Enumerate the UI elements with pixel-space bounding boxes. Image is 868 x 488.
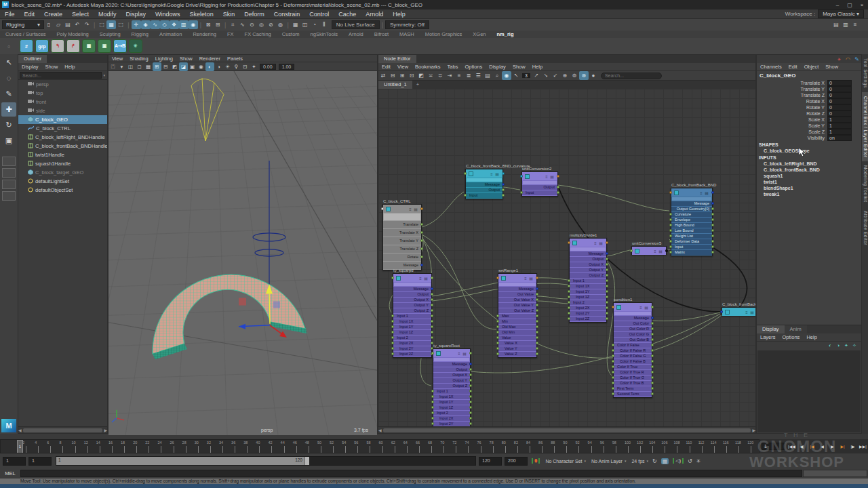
node-port-output-z[interactable]: Output Z [393, 308, 431, 313]
node-port-out-color[interactable]: Out Color [614, 321, 652, 326]
node-port-message[interactable]: Message [393, 287, 431, 291]
select-component-icon[interactable]: ⬚ [116, 20, 125, 29]
menu-help[interactable]: Help [388, 11, 410, 18]
viewport-toolbar-icon-4[interactable]: ▦ [144, 62, 153, 71]
scale-tool-icon[interactable]: ▣ [1, 134, 16, 148]
channel-attribute-value[interactable]: 0 [827, 86, 852, 92]
channel-attribute-value[interactable]: on [827, 135, 852, 141]
layer-editor-menu-help[interactable]: Help [803, 333, 820, 341]
outliner-menu-show[interactable]: Show [42, 63, 62, 70]
node-port-curvature[interactable]: Curvature [671, 212, 712, 217]
node-port-weight-list[interactable]: Weight List [671, 234, 712, 239]
node-multiplyDivide1[interactable]: multiplyDivide1≡ ▤MessageOutputOutput XO… [569, 238, 607, 323]
node-port-output-geometry-0-[interactable]: Output Geometry[0] [671, 207, 712, 211]
channel-node-twist1[interactable]: twist1 [757, 179, 861, 185]
redo-icon[interactable]: ↷ [82, 20, 92, 29]
outliner-item-C_block_CTRL[interactable]: C_block_CTRL [18, 124, 107, 133]
auto-keyframe-icon[interactable]: ⬮ [532, 458, 540, 464]
node-header[interactable]: ≡ ▤ [383, 205, 421, 213]
viewport-menu-renderer[interactable]: Renderer [196, 55, 224, 62]
node-editor-toolbar-icon-10[interactable]: ☰ [473, 71, 483, 80]
node-port-out-value-y[interactable]: Out Value Y [498, 303, 536, 308]
node-port-first-term[interactable]: First Term [614, 386, 652, 391]
node-editor-toolbar-icon-17[interactable]: ⭩ [551, 71, 560, 80]
node-port-output-x[interactable]: Output X [433, 373, 470, 378]
viewport-toolbar-icon-12[interactable]: ◑ [214, 62, 223, 71]
node-port-value-y[interactable]: Value Y [498, 346, 536, 351]
close-button[interactable]: × [856, 2, 868, 8]
hypergraph-pen-icon[interactable]: ✎ [852, 56, 861, 62]
shelf-tab-fx[interactable]: FX [222, 31, 239, 37]
node-port-input-2z[interactable]: Input 2Z [570, 317, 606, 321]
traversal-depth-field[interactable]: 3 [522, 73, 530, 78]
outliner-item-top[interactable]: top [18, 89, 107, 98]
node-unitConversion2[interactable]: unitConversion2≡ ▤OutputInput [521, 171, 558, 197]
node-port-output-z[interactable]: Output Z [433, 384, 470, 388]
channel-box-menu-edit[interactable]: Edit [785, 63, 801, 70]
channel-attribute-value[interactable]: 1 [827, 129, 852, 135]
play-backwards-button[interactable]: ◀ [817, 444, 827, 449]
node-editor-menu-bookmarks[interactable]: Bookmarks [412, 63, 444, 70]
outliner-item-C_block_target_GEO[interactable]: C_block_target_GEO [18, 168, 107, 177]
node-editor-tab[interactable]: Node Editor [378, 55, 416, 63]
node-C_block_CTRL[interactable]: C_block_CTRL≡ ▤TranslateTranslate XTrans… [382, 204, 422, 270]
node-collapse-icon[interactable]: ≡ ▤ [639, 305, 649, 310]
new-scene-icon[interactable]: ▯ [44, 20, 54, 29]
channel-attribute-name[interactable]: Translate Z [757, 93, 827, 98]
go-to-end-button[interactable]: ▶▶| [858, 444, 868, 449]
menu-file[interactable]: File [0, 11, 20, 18]
node-port-output[interactable]: Output [522, 185, 557, 190]
outliner-tab[interactable]: Outliner [18, 55, 47, 63]
node-port-out-value-z[interactable]: Out Value Z [498, 308, 536, 313]
select-surfaces-mask-icon[interactable]: ◇ [160, 20, 170, 29]
shelf-skin-b-button[interactable]: ▣ [98, 39, 111, 53]
time-slider-playhead[interactable]: 1 [17, 440, 23, 453]
node-port-value-x[interactable]: Value X [498, 341, 536, 346]
header-port-right[interactable] [420, 207, 423, 210]
node-editor-hscrollbar[interactable]: ◀▶ [378, 426, 755, 433]
shelf-hash-button[interactable]: # [20, 39, 33, 53]
shelf-tab-arnold[interactable]: Arnold [343, 31, 369, 37]
layer-create-icon-0[interactable]: ◐ [826, 343, 834, 348]
header-port-left[interactable] [630, 249, 633, 252]
node-port-input-1[interactable]: Input 1 [433, 389, 470, 394]
node-port-input-2z[interactable]: Input 2Z [393, 352, 431, 357]
node-port-message[interactable]: Message [498, 287, 536, 291]
minimize-button[interactable]: – [831, 2, 844, 8]
node-port-output[interactable]: Output [570, 257, 606, 262]
node-port-out-color-r[interactable]: Out Color R [614, 327, 652, 331]
node-editor-menu-edit[interactable]: Edit [378, 63, 394, 70]
shelf-tab-poly-modeling[interactable]: Poly Modeling [52, 31, 94, 37]
select-curves-mask-icon[interactable]: ∿ [151, 20, 160, 29]
gamma-field[interactable]: 1.00 [279, 64, 295, 70]
node-editor-toolbar-icon-4[interactable]: ◩ [416, 71, 426, 80]
save-scene-icon[interactable]: ▤ [63, 20, 73, 29]
node-port-input-2y[interactable]: Input 2Y [433, 422, 470, 426]
sidebar-tab-tool-settings[interactable]: Tool Settings [862, 54, 868, 92]
node-port-output-y[interactable]: Output Y [570, 268, 606, 272]
outliner-item-C_block_frontBack_BNDHandle[interactable]: C_block_frontBack_BNDHandle [18, 142, 107, 150]
node-port-out-color-b[interactable]: Out Color B [614, 338, 652, 342]
viewport-toolbar-icon-11[interactable]: ◐ [205, 62, 214, 71]
node-editor-toolbar-icon-16[interactable]: ⭨ [541, 71, 551, 80]
viewport-toolbar-icon-15[interactable]: ⊡ [241, 62, 250, 71]
menu-modify[interactable]: Modify [94, 11, 121, 18]
menu-set-selector[interactable]: Rigging▾ [2, 20, 44, 29]
attribute-editor-toggle-icon[interactable]: ▤ [831, 20, 841, 29]
channel-box-toggle-icon[interactable]: ≡ [850, 20, 860, 29]
select-joints-mask-icon[interactable]: ▥ [179, 20, 189, 29]
node-port-envelope[interactable]: Envelope [671, 218, 712, 222]
node-port-color-if-false[interactable]: Color If False [614, 343, 652, 348]
node-editor-toolbar-icon-12[interactable]: ⌕ [492, 71, 502, 80]
node-header[interactable]: ≡ ▤ [393, 274, 431, 282]
maximize-button[interactable]: ▢ [844, 2, 856, 8]
channel-box-object-name[interactable]: C_block_GEO [757, 71, 861, 80]
node-C_block_frontBack_B[interactable]: C_block_frontBack_B≡ ▤ [722, 307, 755, 316]
snap-curve-icon[interactable]: ∿ [237, 20, 247, 29]
node-header[interactable]: ≡ ▤ [498, 274, 536, 282]
node-port-input-1z[interactable]: Input 1Z [570, 295, 606, 300]
node-header[interactable]: ≡ ▤ [433, 349, 470, 357]
node-port-input-2[interactable]: Input 2 [433, 411, 470, 415]
node-editor-menu-view[interactable]: View [394, 63, 412, 70]
channel-node-C_block_leftRight_BND[interactable]: C_block_leftRight_BND [757, 161, 861, 167]
